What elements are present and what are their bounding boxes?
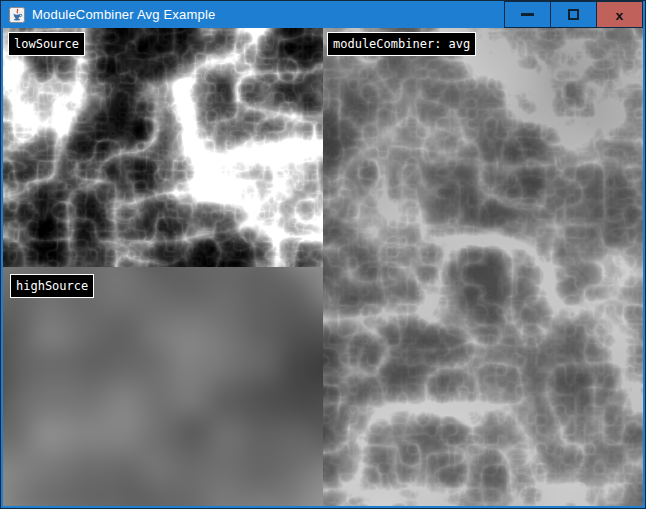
maximize-button[interactable] bbox=[550, 1, 597, 28]
module-combiner-label: moduleCombiner: avg bbox=[327, 32, 476, 56]
high-source-texture bbox=[3, 267, 323, 506]
window-controls: x bbox=[505, 1, 643, 28]
titlebar[interactable]: ModuleCombiner Avg Example x bbox=[3, 1, 643, 28]
module-combiner-texture bbox=[323, 28, 643, 506]
app-window: ModuleCombiner Avg Example x lowSource h… bbox=[1, 1, 645, 508]
java-icon bbox=[9, 7, 25, 23]
panel-high-source: highSource bbox=[3, 267, 323, 506]
panel-module-combiner: moduleCombiner: avg bbox=[323, 28, 643, 506]
panel-low-source: lowSource bbox=[3, 28, 323, 267]
close-icon: x bbox=[616, 8, 624, 21]
maximize-icon bbox=[568, 9, 579, 20]
minimize-icon bbox=[521, 13, 534, 16]
window-title: ModuleCombiner Avg Example bbox=[32, 7, 215, 22]
low-source-label: lowSource bbox=[8, 32, 85, 56]
minimize-button[interactable] bbox=[504, 1, 551, 28]
low-source-texture bbox=[3, 28, 323, 267]
frame-content: lowSource highSource moduleCombiner: avg bbox=[3, 28, 643, 506]
titlebar-left: ModuleCombiner Avg Example bbox=[3, 7, 505, 23]
high-source-label: highSource bbox=[10, 274, 94, 298]
close-button[interactable]: x bbox=[596, 1, 643, 28]
